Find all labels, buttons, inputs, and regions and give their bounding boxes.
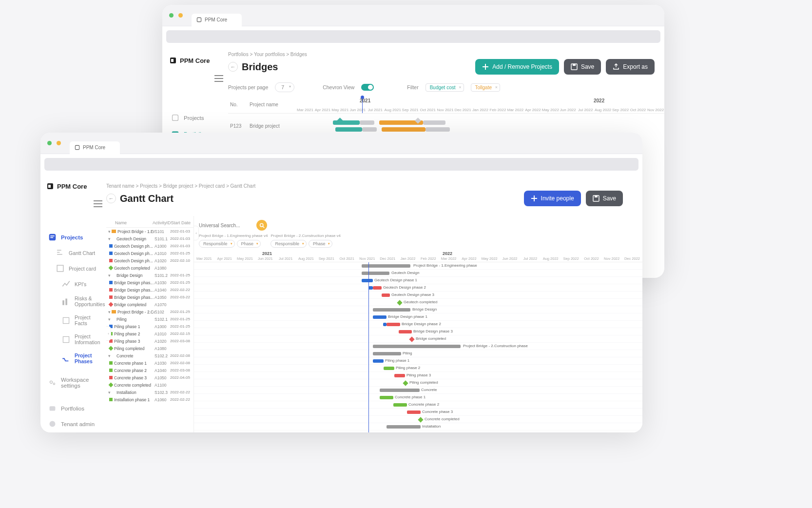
filter-pill[interactable]: Responsible▾: [199, 240, 235, 248]
task-row[interactable]: ▾Project Bridge - 2.Constr...S1022022-01…: [106, 308, 193, 315]
gantt-bar[interactable]: [394, 374, 405, 377]
task-row[interactable]: Piling phase 1A10002022-01-25: [106, 323, 193, 330]
breadcrumb[interactable]: Portfolios > Your portfolios > Bridges: [228, 47, 664, 59]
gantt-bar[interactable]: [393, 403, 407, 407]
filter-chip-budget[interactable]: Budget cost×: [425, 83, 464, 92]
nav-portfolios[interactable]: Portfolios: [44, 401, 102, 416]
task-row[interactable]: ▾InstallationS102.32022-02-22: [106, 389, 193, 396]
url-bar[interactable]: [44, 158, 638, 171]
search-icon: [259, 223, 265, 228]
back-button[interactable]: ←: [228, 62, 238, 72]
task-row[interactable]: Bridge Design phas...A10502022-03-22: [106, 293, 193, 301]
task-row[interactable]: Piling phase 3A10202022-03-08: [106, 337, 193, 345]
gantt-bar[interactable]: [373, 345, 461, 348]
gantt-bar[interactable]: [382, 293, 390, 297]
filter-pill[interactable]: Phase▾: [309, 240, 333, 248]
task-row[interactable]: Bridge completedA1070: [106, 301, 193, 308]
gantt-bar[interactable]: [384, 367, 394, 370]
task-row[interactable]: Geotech completedA1080: [106, 264, 193, 272]
task-row[interactable]: ▾Geotech DesignS101.12022-01-03: [106, 235, 193, 242]
gantt-row: Concrete phase 1: [194, 394, 642, 401]
nav-project-info[interactable]: Project Information: [44, 330, 102, 349]
task-row[interactable]: Bridge Design phas...A10302022-01-25: [106, 279, 193, 286]
task-row[interactable]: Piling completedA1080: [106, 345, 193, 352]
gantt-bar[interactable]: [407, 410, 421, 414]
filter-chip-tollgate[interactable]: Tollgate×: [471, 83, 500, 92]
gantt-bar[interactable]: [362, 279, 373, 282]
close-icon[interactable]: ×: [495, 85, 498, 90]
add-remove-projects-button[interactable]: Add / Remove Projects: [475, 59, 559, 75]
back-button[interactable]: ←: [106, 194, 116, 203]
gantt-milestone[interactable]: [403, 380, 408, 386]
nav-workspace-settings[interactable]: Workspace settings: [44, 373, 102, 392]
gantt-bar[interactable]: [362, 272, 389, 275]
nav-project-card[interactable]: Project card: [44, 261, 102, 276]
task-row[interactable]: Bridge Design phas...A10402022-02-22: [106, 286, 193, 293]
gantt-bar[interactable]: [373, 308, 410, 312]
breadcrumb[interactable]: Tenant name > Projects > Bridge project …: [106, 178, 633, 191]
svg-rect-26: [595, 195, 598, 197]
filter-pill[interactable]: Responsible▾: [271, 240, 307, 248]
nav-risks[interactable]: Risks & Opportunities: [44, 292, 102, 311]
task-row[interactable]: Geotech Design ph...A10202022-02-10: [106, 257, 193, 264]
search-input[interactable]: [199, 223, 252, 228]
gantt-chart-panel[interactable]: ‹ Project Bridge - 1.Engineering phase v…: [194, 216, 642, 432]
task-row[interactable]: Concrete phase 1A10302022-02-08: [106, 359, 193, 367]
svg-rect-23: [50, 406, 56, 410]
nav-projects[interactable]: Projects: [44, 230, 102, 245]
save-button[interactable]: Save: [586, 191, 623, 206]
nav-projects[interactable]: Projects: [167, 110, 223, 125]
nav-gantt-chart[interactable]: Gantt Chart: [44, 245, 102, 260]
task-row[interactable]: Geotech Design ph...A10002022-01-03: [106, 242, 193, 250]
gantt-milestone[interactable]: [397, 300, 402, 305]
close-icon[interactable]: ×: [459, 85, 461, 90]
url-bar[interactable]: [166, 30, 660, 43]
invite-people-button[interactable]: Invite people: [524, 191, 581, 206]
gantt-row: Concrete: [194, 387, 642, 394]
browser-tab[interactable]: PPM Core: [192, 14, 242, 26]
nav-kpis[interactable]: KPI's: [44, 276, 102, 292]
collapse-handle[interactable]: ‹: [194, 226, 199, 240]
nav-project-phases[interactable]: Project Phases: [44, 349, 102, 368]
gantt-bar[interactable]: [373, 286, 382, 290]
task-row[interactable]: ▾PilingS102.12022-01-25: [106, 315, 193, 323]
filter-pill[interactable]: Phase▾: [237, 240, 261, 248]
projects-per-page-label: Projects per page: [228, 84, 268, 90]
gantt-bar[interactable]: [380, 389, 420, 392]
task-row[interactable]: ▾Project Bridge - 1.EngineeS1012022-01-0…: [106, 228, 193, 235]
nav-tenant-admin[interactable]: Tenant admin: [44, 416, 102, 431]
menu-toggle-icon[interactable]: [94, 200, 102, 209]
task-row[interactable]: Geotech Design ph...A10102022-01-25: [106, 250, 193, 257]
gantt-bar-label: Installation phase 1: [402, 431, 435, 432]
gantt-bar[interactable]: [373, 352, 401, 355]
task-row[interactable]: Concrete completedA1100: [106, 381, 193, 389]
gantt-bar[interactable]: [399, 330, 412, 333]
task-row[interactable]: Piling phase 2A10102022-02-15: [106, 330, 193, 337]
task-row[interactable]: Concrete phase 3A10502022-04-05: [106, 374, 193, 381]
task-row[interactable]: ▾ConcreteS102.22022-02-08: [106, 352, 193, 359]
menu-toggle-icon[interactable]: [214, 75, 223, 84]
search-button[interactable]: [256, 220, 267, 231]
projects-per-page-select[interactable]: 7▾: [275, 82, 294, 92]
gantt-bar[interactable]: [387, 323, 400, 326]
svg-rect-10: [75, 145, 79, 149]
task-row[interactable]: ▾Bridge DesignS101.22022-01-25: [106, 272, 193, 279]
gantt-bar[interactable]: [373, 315, 387, 319]
chevron-view-toggle[interactable]: [361, 84, 374, 91]
export-button[interactable]: Export as: [606, 59, 655, 75]
gantt-bar[interactable]: [387, 425, 421, 429]
task-row[interactable]: Installation phase 1A10602022-02-22: [106, 396, 193, 403]
gantt-bar-label: Piling completed: [409, 380, 438, 384]
collapse-handle[interactable]: ‹: [106, 326, 111, 341]
gantt-bar[interactable]: [380, 396, 393, 399]
gantt-bar[interactable]: [373, 359, 384, 363]
save-button[interactable]: Save: [564, 59, 601, 75]
gantt-milestone[interactable]: [409, 336, 414, 342]
task-row[interactable]: Concrete phase 2A10402022-03-08: [106, 367, 193, 374]
gantt-row: Bridge Design: [194, 306, 642, 313]
browser-tab[interactable]: PPM Core: [70, 141, 120, 154]
gantt-milestone[interactable]: [418, 417, 423, 422]
gantt-bar[interactable]: [362, 264, 410, 268]
nav-project-facts[interactable]: Project Facts: [44, 311, 102, 330]
gantt-row: Piling phase 3: [194, 372, 642, 379]
